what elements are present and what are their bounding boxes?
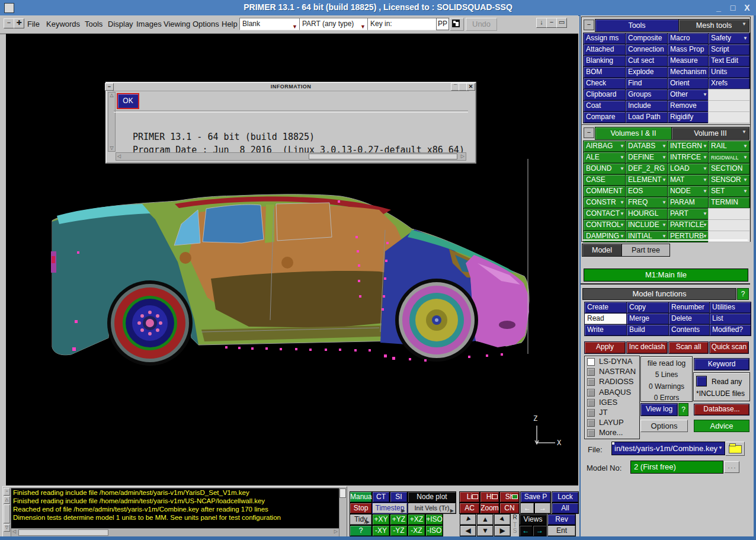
- keyword-button-def-2-rg[interactable]: DEF_2_RG: [625, 163, 669, 175]
- menu-file[interactable]: File: [27, 20, 40, 28]
- maximize-button[interactable]: □: [726, 2, 739, 14]
- model-function-utilities[interactable]: Utilities: [709, 302, 751, 314]
- keyword-button-include[interactable]: INCLUDE▼: [625, 219, 669, 231]
- keyword-button-rigidwall[interactable]: RIGIDWALL▼: [708, 152, 750, 164]
- checkbox-layup[interactable]: [587, 419, 595, 427]
- dialog-collapse-icon[interactable]: −: [105, 83, 114, 91]
- rotate-left-icon[interactable]: ◀: [460, 525, 476, 536]
- tool-button-blanking[interactable]: Blanking: [583, 55, 627, 67]
- tool-button-clipboard[interactable]: Clipboard: [583, 89, 627, 101]
- volumes-collapse-button[interactable]: −: [584, 127, 594, 138]
- tool-button-xrefs[interactable]: Xrefs: [708, 78, 750, 90]
- keyword-button-comment[interactable]: COMMENT: [583, 186, 627, 197]
- expand-icon[interactable]: ✚: [14, 18, 24, 28]
- keyword-button-section[interactable]: SECTION: [708, 163, 750, 175]
- read-any-checkbox[interactable]: [696, 376, 707, 386]
- view-plus-iso-button[interactable]: +ISO: [425, 514, 443, 525]
- keyword-button-constr[interactable]: CONSTR▼: [583, 197, 627, 209]
- keyword-button-element[interactable]: ELEMENT▼: [625, 174, 669, 186]
- keyword-button-define[interactable]: DEFINE▼: [625, 152, 669, 164]
- model-function-modified[interactable]: Modified?: [709, 324, 751, 336]
- keyword-button-node[interactable]: NODE▼: [667, 186, 710, 197]
- blank-dropdown[interactable]: Blank ▼: [239, 18, 300, 30]
- tool-button-compare[interactable]: Compare: [583, 111, 627, 123]
- dock-restore-icon[interactable]: ▭: [556, 18, 567, 28]
- tool-button-attached[interactable]: Attached: [583, 44, 627, 56]
- keyword-button-load[interactable]: LOAD▼: [667, 163, 710, 175]
- ok-button[interactable]: OK: [117, 93, 139, 109]
- keyword-button-eos[interactable]: EOS: [625, 186, 669, 197]
- view-log-help-button[interactable]: ?: [678, 403, 688, 416]
- rotate-down-icon[interactable]: ▼: [477, 525, 494, 536]
- keyword-button-bound[interactable]: BOUND▼: [583, 163, 627, 175]
- view-plus-xy-button[interactable]: +XY: [372, 514, 390, 525]
- console-scroll-up-icon[interactable]: △: [4, 496, 10, 504]
- part-type-dropdown[interactable]: PART (any type) ▼: [299, 18, 368, 30]
- model-function-build[interactable]: Build: [626, 324, 670, 336]
- keyword-button-param[interactable]: PARAM: [667, 197, 710, 209]
- timestep-dropdown[interactable]: Timestep ▶: [372, 503, 408, 514]
- scroll-left-icon[interactable]: ◁: [12, 529, 16, 534]
- tool-button-composite[interactable]: Composite: [625, 33, 669, 44]
- keyword-button-contact[interactable]: CONTACT▼: [583, 208, 627, 220]
- tool-button-script[interactable]: Script: [708, 44, 750, 56]
- scroll-thumb[interactable]: [309, 154, 457, 159]
- action-button-quick-scan[interactable]: Quick scan: [709, 341, 749, 354]
- tool-button-include[interactable]: Include: [625, 100, 669, 112]
- keyword-button-perturb[interactable]: PERTURB▼: [667, 231, 710, 242]
- dialog-vscrollbar[interactable]: △ ▽: [108, 92, 116, 152]
- tool-button-text-edit[interactable]: Text Edit: [708, 55, 750, 67]
- main-file-button[interactable]: M1:Main file: [584, 269, 748, 282]
- scale-mode-label[interactable]: S: [512, 528, 518, 533]
- menu-images[interactable]: Images: [136, 20, 162, 28]
- file-browse-button[interactable]: [725, 442, 745, 456]
- tab-volume-3[interactable]: Volume III ▼: [671, 127, 749, 140]
- undo-button[interactable]: Undo: [466, 18, 497, 31]
- console-right-thumb[interactable]: [339, 488, 346, 498]
- tool-button-load-path[interactable]: Load Path: [625, 111, 669, 123]
- keyword-button[interactable]: Keyword: [694, 358, 749, 370]
- panel-toggle-icon[interactable]: [450, 18, 464, 31]
- keyword-button-control[interactable]: CONTROL▼: [583, 219, 627, 231]
- view-next-icon[interactable]: →: [534, 503, 551, 514]
- keyword-button-case[interactable]: CASE: [583, 174, 627, 186]
- menu-options[interactable]: Options: [193, 20, 219, 28]
- menu-tools[interactable]: Tools: [85, 20, 102, 28]
- dialog-hscrollbar[interactable]: ◁ ▷: [116, 152, 466, 161]
- tidy-dropdown[interactable]: Tidy ▶: [350, 514, 372, 525]
- advice-button[interactable]: Advice: [694, 420, 749, 432]
- views-button[interactable]: Views: [519, 514, 547, 525]
- dock-down-icon[interactable]: ↓: [536, 18, 547, 28]
- tool-button-measure[interactable]: Measure: [667, 55, 710, 67]
- ct-button[interactable]: CT: [372, 491, 390, 503]
- options-button[interactable]: Options: [640, 420, 688, 432]
- database-button[interactable]: Database...: [694, 404, 749, 416]
- tool-button-assign-ms[interactable]: Assign ms: [583, 33, 627, 44]
- console-scroll-down-icon[interactable]: ▽: [4, 524, 10, 532]
- scroll-thumb[interactable]: [18, 529, 108, 536]
- tools-collapse-button[interactable]: −: [584, 20, 594, 30]
- reverse-button[interactable]: Rev: [547, 514, 576, 525]
- keyword-button-damping[interactable]: DAMPING▼: [583, 231, 627, 242]
- menu-viewing[interactable]: Viewing: [164, 20, 190, 28]
- keyword-button-intrfce[interactable]: INTRFCE▼: [667, 152, 710, 164]
- tool-button-remove[interactable]: Remove: [667, 100, 710, 112]
- tool-button-macro[interactable]: Macro: [667, 33, 710, 44]
- dialog-title[interactable]: INFORMATION: [113, 83, 469, 91]
- shadeplot-button[interactable]: Sh: [499, 491, 520, 503]
- view-minus-iso-button[interactable]: -ISO: [425, 525, 443, 536]
- init-vels-dropdown[interactable]: Init Vels (Tr) ▶: [408, 503, 456, 514]
- console-collapse-icon[interactable]: −: [4, 488, 10, 496]
- zoom-button[interactable]: Zoom: [480, 503, 499, 514]
- model-function-read[interactable]: Read: [584, 313, 628, 325]
- enter-button[interactable]: Ent: [547, 525, 576, 536]
- view-log-button[interactable]: View log: [640, 403, 678, 416]
- keyword-button-rail[interactable]: RAIL▼: [708, 140, 750, 152]
- view-plus-xz-button[interactable]: +XZ: [408, 514, 425, 525]
- keyword-button-airbag[interactable]: AIRBAG▼: [583, 140, 627, 152]
- dock-min-icon[interactable]: −: [546, 18, 557, 28]
- key-in-input[interactable]: Key in:: [367, 18, 437, 30]
- tab-volumes-1-2[interactable]: Volumes I & II: [595, 127, 672, 140]
- hiddenplot-button[interactable]: Hi: [480, 491, 499, 503]
- close-button[interactable]: X: [741, 2, 754, 14]
